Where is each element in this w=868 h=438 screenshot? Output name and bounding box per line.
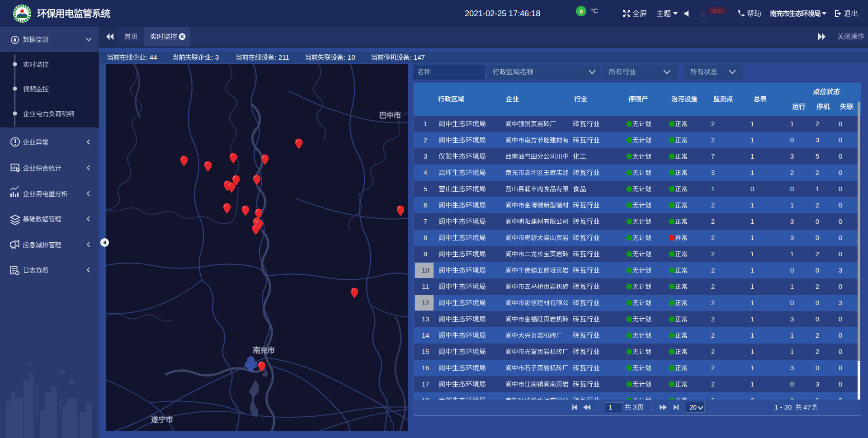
svg-text:2: 2 bbox=[750, 396, 754, 404]
svg-text:3: 3 bbox=[790, 152, 794, 160]
svg-text:5: 5 bbox=[424, 185, 427, 193]
svg-text:2: 2 bbox=[816, 120, 819, 127]
svg-text:0: 0 bbox=[839, 201, 842, 209]
svg-text:2: 2 bbox=[711, 234, 715, 241]
svg-text:18: 18 bbox=[422, 396, 429, 404]
svg-text:17: 17 bbox=[422, 380, 429, 388]
svg-text:2: 2 bbox=[711, 201, 715, 209]
svg-text:0: 0 bbox=[839, 152, 842, 160]
svg-text:12: 12 bbox=[422, 299, 429, 306]
svg-text:: 3: : 3 bbox=[212, 53, 219, 61]
svg-text:1: 1 bbox=[750, 266, 754, 274]
svg-text:3: 3 bbox=[790, 315, 794, 323]
svg-text:11: 11 bbox=[422, 283, 429, 290]
svg-text:0: 0 bbox=[839, 315, 842, 323]
svg-text:1: 1 bbox=[750, 364, 754, 372]
svg-text:0: 0 bbox=[839, 348, 842, 355]
svg-text:3: 3 bbox=[424, 152, 427, 160]
svg-text:2632: 2632 bbox=[710, 8, 724, 14]
svg-text:1: 1 bbox=[750, 315, 754, 323]
svg-text:: 147: : 147 bbox=[410, 53, 425, 61]
svg-text:1: 1 bbox=[750, 380, 754, 388]
svg-text:13: 13 bbox=[422, 315, 429, 323]
svg-text:: 211: : 211 bbox=[275, 53, 289, 61]
svg-text:0: 0 bbox=[839, 396, 842, 404]
svg-text:2: 2 bbox=[711, 136, 715, 144]
svg-text:1: 1 bbox=[750, 348, 754, 355]
svg-text:1: 1 bbox=[750, 136, 754, 144]
svg-text:2: 2 bbox=[790, 169, 794, 176]
svg-text:0: 0 bbox=[839, 234, 842, 241]
svg-text:0: 0 bbox=[790, 136, 794, 144]
svg-text:0: 0 bbox=[790, 266, 794, 274]
svg-text:1: 1 bbox=[424, 120, 427, 127]
svg-text:2021-02-25 17:46:18: 2021-02-25 17:46:18 bbox=[465, 9, 540, 18]
svg-text:0: 0 bbox=[816, 315, 819, 323]
svg-text:1: 1 bbox=[750, 299, 754, 306]
svg-text:2: 2 bbox=[816, 169, 819, 176]
svg-text:3: 3 bbox=[839, 299, 842, 306]
svg-text:2: 2 bbox=[816, 201, 819, 209]
svg-text:1: 1 bbox=[750, 120, 754, 127]
svg-text:1: 1 bbox=[711, 185, 715, 193]
svg-text:1: 1 bbox=[750, 331, 754, 339]
svg-text:1 - 20: 1 - 20 bbox=[774, 403, 792, 411]
svg-text:0: 0 bbox=[839, 185, 842, 193]
svg-text:0: 0 bbox=[839, 331, 842, 339]
svg-text:1: 1 bbox=[816, 185, 819, 193]
svg-text:1: 1 bbox=[750, 217, 754, 225]
svg-text:8: 8 bbox=[424, 234, 427, 241]
svg-text:1: 1 bbox=[750, 169, 754, 176]
svg-text:20: 20 bbox=[689, 404, 697, 411]
svg-text:0: 0 bbox=[580, 8, 583, 15]
svg-text:1: 1 bbox=[750, 152, 754, 160]
svg-text:1: 1 bbox=[790, 283, 794, 290]
svg-text:0: 0 bbox=[839, 283, 842, 290]
svg-text:1: 1 bbox=[790, 201, 794, 209]
svg-text:3: 3 bbox=[816, 136, 819, 144]
svg-text:3: 3 bbox=[790, 364, 794, 372]
svg-text:10: 10 bbox=[422, 266, 429, 274]
svg-text:14: 14 bbox=[422, 331, 429, 339]
svg-text:3: 3 bbox=[711, 169, 715, 176]
svg-text:2: 2 bbox=[711, 120, 715, 127]
svg-text:7: 7 bbox=[424, 217, 427, 225]
svg-text:0: 0 bbox=[790, 299, 794, 306]
svg-text:1: 1 bbox=[750, 234, 754, 241]
svg-text:2: 2 bbox=[711, 348, 715, 355]
svg-text:3: 3 bbox=[790, 234, 794, 241]
svg-text:5: 5 bbox=[816, 152, 819, 160]
svg-text:0: 0 bbox=[816, 364, 819, 372]
svg-text:1: 1 bbox=[750, 283, 754, 290]
svg-text:1: 1 bbox=[790, 120, 794, 127]
svg-text:2: 2 bbox=[424, 136, 427, 144]
svg-text:0: 0 bbox=[750, 185, 754, 193]
svg-text:0: 0 bbox=[816, 234, 819, 241]
svg-text:2: 2 bbox=[711, 331, 715, 339]
svg-text:4: 4 bbox=[424, 169, 427, 176]
svg-text:0: 0 bbox=[816, 266, 819, 274]
svg-text:0: 0 bbox=[839, 364, 842, 372]
svg-text:1: 1 bbox=[790, 331, 794, 339]
svg-text:3: 3 bbox=[839, 266, 842, 274]
svg-text:1: 1 bbox=[750, 250, 754, 258]
svg-text:0: 0 bbox=[839, 250, 842, 258]
svg-text:2: 2 bbox=[711, 299, 715, 306]
svg-text:47: 47 bbox=[803, 403, 811, 411]
svg-text:: 44: : 44 bbox=[146, 53, 157, 61]
svg-text:°C: °C bbox=[590, 7, 598, 14]
svg-text:3: 3 bbox=[633, 403, 637, 411]
svg-text:7: 7 bbox=[711, 152, 715, 160]
svg-text:6: 6 bbox=[711, 396, 715, 404]
svg-text:2: 2 bbox=[816, 250, 819, 258]
svg-text:1: 1 bbox=[790, 250, 794, 258]
svg-text:3: 3 bbox=[790, 217, 794, 225]
svg-text:9: 9 bbox=[424, 250, 427, 258]
svg-text:6: 6 bbox=[816, 396, 819, 404]
svg-text:15: 15 bbox=[422, 348, 429, 355]
svg-text:2: 2 bbox=[711, 217, 715, 225]
svg-text:2: 2 bbox=[711, 315, 715, 323]
svg-text:2: 2 bbox=[711, 380, 715, 388]
svg-text:1: 1 bbox=[609, 404, 612, 411]
svg-text:0: 0 bbox=[790, 380, 794, 388]
